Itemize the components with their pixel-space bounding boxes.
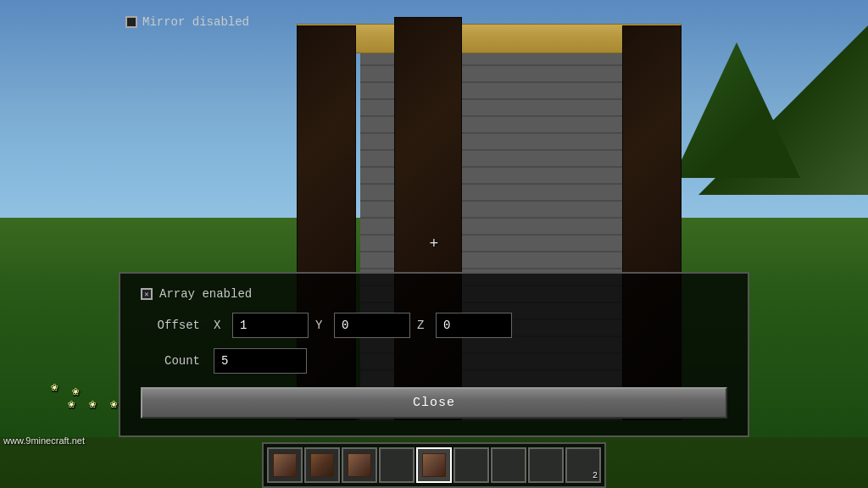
mirror-row: Mirror disabled [125,15,249,29]
hotbar-slot-3[interactable] [342,447,377,483]
hotbar-slot-6[interactable] [453,447,489,483]
block-icon-3 [348,453,371,477]
axis-y-label: Y [315,319,327,332]
offset-row: Offset X Y Z [141,313,727,338]
flower-5: ❀ [72,384,82,399]
mirror-label: Mirror disabled [142,15,249,29]
array-label: Array enabled [159,287,252,301]
block-icon-1 [273,453,297,477]
hotbar-slot-9[interactable]: 2 [565,447,601,483]
offset-z-input[interactable] [436,313,512,338]
block-icon-2 [310,453,334,477]
ui-panel: Array enabled Offset X Y Z Count Close [119,272,749,437]
watermark: www.9minecraft.net [3,435,85,446]
close-button[interactable]: Close [141,387,727,419]
hotbar: 2 [262,442,606,488]
axis-x-label: X [214,319,225,332]
array-checkbox[interactable] [141,288,153,300]
hotbar-slot-1[interactable] [267,447,303,483]
offset-label: Offset [141,319,200,332]
hotbar-slot-5[interactable] [416,447,452,483]
count-label: Count [141,354,200,368]
hotbar-slot-2[interactable] [304,447,340,483]
crosshair: + [430,236,439,252]
offset-y-input[interactable] [334,313,410,338]
array-row: Array enabled [141,287,727,301]
flower-2: ❀ [89,396,99,412]
hotbar-slot-7[interactable] [491,447,526,483]
axis-z-label: Z [417,319,429,332]
count-input[interactable] [214,348,307,374]
hotbar-slot-4[interactable] [379,447,415,483]
mirror-checkbox[interactable] [125,16,137,28]
offset-x-input[interactable] [232,313,309,338]
block-icon-5 [422,453,446,477]
flower-4: ❀ [51,380,61,395]
count-row: Count [141,348,727,374]
slot-count-9: 2 [593,471,598,480]
hotbar-slot-8[interactable] [528,447,564,483]
